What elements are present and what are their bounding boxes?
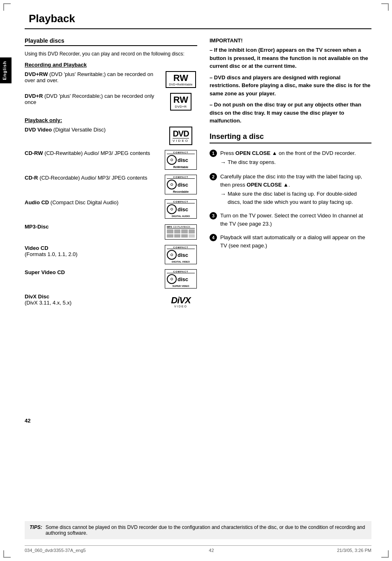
- disc-logo-mp3: MP3 CD PLAYBACK: [164, 224, 197, 240]
- disc-entry-mp3: MP3-Disc MP3 CD PLAYBACK: [25, 224, 197, 240]
- step-number-2: 2: [210, 173, 217, 180]
- step-1: 1 Press OPEN CLOSE ▲ on the front of the…: [210, 149, 371, 167]
- disc-text-cd-r: CD-R (CD-Recordable) Audio/ MP3/ JPEG co…: [25, 175, 160, 181]
- disc-logo-divx: DiVX VIDEO: [164, 293, 197, 310]
- important-title: IMPORTANT!: [210, 37, 371, 44]
- disc-text-mp3: MP3-Disc: [25, 224, 160, 230]
- disc-text-video-cd: Video CD (Formats 1.0, 1.1, 2.0): [25, 245, 160, 257]
- page-title: Playback: [29, 12, 371, 25]
- disc-desc-dvd-r: (DVD 'plus' Recordable;) can be recorded…: [25, 93, 154, 105]
- step-3: 3 Turn on the TV power. Select the corre…: [210, 212, 371, 228]
- disc-name-dvd-rw: DVD+RW: [25, 71, 48, 77]
- title-rule: [25, 28, 371, 29]
- step-content-4: Playback will start automatically or a d…: [220, 233, 371, 249]
- step-2-arrow-text: Make sure the disc label is facing up. F…: [228, 190, 371, 206]
- disc-name-super-video-cd: Super Video CD: [25, 269, 65, 275]
- disc-text-super-video-cd: Super Video CD: [25, 269, 160, 275]
- disc-desc-cd-r: (CD-Recordable) Audio/ MP3/ JPEG content…: [39, 175, 147, 181]
- step-content-1: Press OPEN CLOSE ▲ on the front of the D…: [220, 149, 356, 167]
- step-number-1: 1: [210, 150, 217, 157]
- disc-logo-cd-rw: COMPACT disc ReWritable: [164, 150, 197, 170]
- right-column: IMPORTANT! – If the inhibit icon (Error)…: [210, 37, 371, 315]
- tips-box: TIPS: Some discs cannot be played on thi…: [25, 521, 371, 539]
- disc-entry-dvd-r: DVD+R (DVD 'plus' Recordable;) can be re…: [25, 93, 197, 111]
- steps-list: 1 Press OPEN CLOSE ▲ on the front of the…: [210, 149, 371, 250]
- disc-logo-super-video-cd: COMPACT disc SUPER VIDEO: [164, 269, 197, 289]
- tips-label: TIPS:: [30, 524, 42, 536]
- important-box: IMPORTANT! – If the inhibit icon (Error)…: [210, 37, 371, 125]
- recording-playback-heading: Recording and Playback: [25, 62, 197, 68]
- page-number: 42: [25, 418, 371, 424]
- left-column: Playable discs Using this DVD Recorder, …: [25, 37, 197, 315]
- disc-logo-dvd-video: DVD VIDEO: [164, 127, 197, 145]
- section-heading-playable-discs: Playable discs: [25, 37, 197, 46]
- important-item-3: – Do not push on the disc tray or put an…: [210, 101, 371, 125]
- disc-name-audio-cd: Audio CD: [25, 199, 49, 205]
- arrow-right-icon-2: →: [220, 190, 226, 199]
- footer-page-num: 42: [209, 548, 214, 553]
- arrow-right-icon-1: →: [220, 158, 226, 167]
- step-1-arrow-text: The disc tray opens.: [228, 158, 276, 166]
- disc-entry-dvd-video: DVD Video (Digital Versatile Disc) DVD V…: [25, 127, 197, 145]
- disc-entry-audio-cd: Audio CD (Compact Disc Digital Audio) CO…: [25, 199, 197, 219]
- disc-entry-dvd-rw: DVD+RW (DVD 'plus' Rewritable;) can be r…: [25, 71, 197, 88]
- footer-rule: [25, 545, 371, 546]
- disc-desc-video-cd: (Formats 1.0, 1.1, 2.0): [25, 251, 78, 257]
- step-number-3: 3: [210, 212, 217, 219]
- step-2: 2 Carefully place the disc into the tray…: [210, 173, 371, 206]
- disc-name-dvd-r: DVD+R: [25, 93, 43, 99]
- disc-logo-dvd-rw: RW DVD+ReWritable: [164, 71, 197, 88]
- intro-text: Using this DVD Recorder, you can play an…: [25, 51, 197, 57]
- step-content-3: Turn on the TV power. Select the correct…: [220, 212, 371, 228]
- disc-desc-audio-cd: (Compact Disc Digital Audio): [51, 199, 118, 205]
- inserting-section: Inserting a disc 1 Press OPEN CLOSE ▲ on…: [210, 132, 371, 250]
- step-number-4: 4: [210, 234, 217, 241]
- disc-text-dvd-rw: DVD+RW (DVD 'plus' Rewritable;) can be r…: [25, 71, 160, 83]
- important-item-1: – If the inhibit icon (Error) appears on…: [210, 46, 371, 70]
- footer-date: 21/3/05, 3:26 PM: [337, 548, 371, 553]
- disc-desc-divx: (DivX 3.11, 4.x, 5.x): [25, 300, 71, 306]
- disc-logo-dvd-r: RW DVD+R: [164, 93, 197, 111]
- step-2-bold: OPEN CLOSE ▲: [247, 182, 288, 188]
- important-item-2: – DVD discs and players are designed wit…: [210, 74, 371, 98]
- step-1-arrow: → The disc tray opens.: [220, 158, 356, 167]
- disc-name-cd-rw: CD-RW: [25, 150, 43, 156]
- step-2-arrow: → Make sure the disc label is facing up.…: [220, 190, 371, 206]
- footer-file: 034_060_dvdr3355-37A_eng5: [25, 548, 86, 553]
- disc-name-dvd-video: DVD Video: [25, 127, 52, 133]
- disc-logo-video-cd: COMPACT disc DIGITAL VIDEO: [164, 245, 197, 264]
- playback-only-heading: Playback only:: [25, 117, 197, 123]
- footer: TIPS: Some discs cannot be played on thi…: [0, 521, 392, 553]
- footer-bottom: 034_060_dvdr3355-37A_eng5 42 21/3/05, 3:…: [25, 548, 371, 553]
- disc-name-divx: DivX Disc: [25, 293, 49, 300]
- disc-entry-video-cd: Video CD (Formats 1.0, 1.1, 2.0) COMPACT…: [25, 245, 197, 264]
- step-content-2: Carefully place the disc into the tray w…: [220, 173, 371, 206]
- disc-text-divx: DivX Disc (DivX 3.11, 4.x, 5.x): [25, 293, 160, 306]
- disc-text-dvd-r: DVD+R (DVD 'plus' Recordable;) can be re…: [25, 93, 160, 105]
- step-1-bold: OPEN CLOSE ▲: [235, 150, 277, 156]
- playback-only-section: Playback only: DVD Video (Digital Versat…: [25, 117, 197, 310]
- disc-entry-cd-r: CD-R (CD-Recordable) Audio/ MP3/ JPEG co…: [25, 175, 197, 194]
- tips-text: Some discs cannot be played on this DVD …: [46, 524, 367, 536]
- step-4: 4 Playback will start automatically or a…: [210, 233, 371, 249]
- disc-entry-divx: DivX Disc (DivX 3.11, 4.x, 5.x) DiVX VID…: [25, 293, 197, 310]
- disc-name-video-cd: Video CD: [25, 245, 48, 251]
- disc-name-mp3: MP3-Disc: [25, 224, 49, 230]
- disc-entry-cd-rw: CD-RW (CD-Rewritable) Audio/ MP3/ JPEG c…: [25, 150, 197, 170]
- important-content: – If the inhibit icon (Error) appears on…: [210, 46, 371, 125]
- disc-entry-super-video-cd: Super Video CD COMPACT disc SUPER VIDEO: [25, 269, 197, 289]
- disc-logo-cd-r: COMPACT disc Recordable: [164, 175, 197, 194]
- two-column-layout: Playable discs Using this DVD Recorder, …: [25, 37, 371, 315]
- disc-text-cd-rw: CD-RW (CD-Rewritable) Audio/ MP3/ JPEG c…: [25, 150, 160, 156]
- disc-desc-cd-rw: (CD-Rewritable) Audio/ MP3/ JPEG content…: [44, 150, 150, 156]
- disc-text-dvd-video: DVD Video (Digital Versatile Disc): [25, 127, 160, 133]
- disc-desc-dvd-video: (Digital Versatile Disc): [53, 127, 106, 133]
- disc-name-cd-r: CD-R: [25, 175, 38, 181]
- disc-logo-audio-cd: COMPACT disc DIGITAL AUDIO: [164, 199, 197, 219]
- disc-text-audio-cd: Audio CD (Compact Disc Digital Audio): [25, 199, 160, 205]
- inserting-heading: Inserting a disc: [210, 132, 371, 143]
